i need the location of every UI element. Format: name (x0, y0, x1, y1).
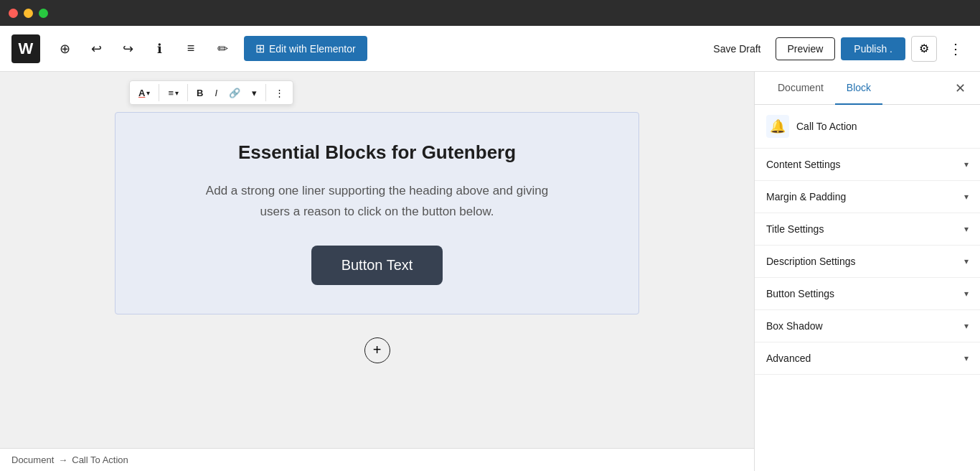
editor-area: A ▾ ≡ ▾ B I 🔗 ▾ ⋮ (0, 72, 754, 471)
breadcrumb-document[interactable]: Document (11, 454, 54, 465)
minimize-button[interactable] (24, 9, 33, 18)
tab-document[interactable]: Document (766, 72, 835, 105)
edit-icon: ✏ (217, 41, 228, 57)
save-draft-button[interactable]: Save Draft (705, 37, 769, 60)
bold-icon: B (197, 88, 203, 98)
chevron-down-icon: ▾ (964, 159, 969, 169)
text-color-button[interactable]: A ▾ (134, 85, 154, 101)
chevron-down-icon-6: ▾ (964, 321, 969, 331)
text-color-icon: A (138, 88, 145, 98)
more-options-button[interactable]: ⋮ (943, 36, 969, 62)
panel-accordion: Content Settings ▾ Margin & Padding ▾ Ti… (755, 149, 980, 471)
redo-icon: ↪ (123, 41, 133, 57)
close-icon: ✕ (955, 81, 966, 95)
chevron-down-icon-7: ▾ (964, 353, 969, 363)
redo-button[interactable]: ↪ (115, 36, 141, 62)
publish-button[interactable]: Publish . (841, 37, 905, 60)
accordion-advanced-header[interactable]: Advanced ▾ (755, 342, 980, 374)
plus-icon: ⊕ (60, 41, 70, 57)
accordion-content-settings: Content Settings ▾ (755, 149, 980, 181)
chevron-down-icon-4: ▾ (964, 256, 969, 266)
title-settings-label: Title Settings (766, 223, 824, 235)
color-dropdown-arrow: ▾ (146, 89, 150, 97)
gear-icon: ⚙ (919, 42, 929, 55)
titlebar (0, 0, 980, 26)
accordion-box-shadow-header[interactable]: Box Shadow ▾ (755, 310, 980, 342)
list-view-button[interactable]: ≡ (178, 36, 204, 62)
cta-button[interactable]: Button Text (311, 246, 443, 285)
accordion-content-settings-header[interactable]: Content Settings ▾ (755, 149, 980, 180)
margin-padding-label: Margin & Padding (766, 191, 846, 202)
accordion-button-settings-header[interactable]: Button Settings ▾ (755, 278, 980, 309)
settings-button[interactable]: ⚙ (911, 36, 937, 62)
chevron-down-icon-2: ▾ (964, 192, 969, 202)
cta-icon: 🔔 (770, 118, 786, 134)
breadcrumb-block[interactable]: Call To Action (72, 454, 128, 465)
more-icon: ⋮ (948, 40, 963, 57)
box-shadow-label: Box Shadow (766, 320, 823, 332)
accordion-button-settings: Button Settings ▾ (755, 278, 980, 310)
elementor-icon: ⊞ (255, 42, 265, 55)
edit-button[interactable]: ✏ (209, 36, 235, 62)
undo-icon: ↩ (91, 41, 102, 57)
chevron-down-icon-5: ▾ (964, 289, 969, 299)
accordion-box-shadow: Box Shadow ▾ (755, 310, 980, 342)
vertical-dots-icon: ⋮ (275, 88, 284, 98)
accordion-title-settings-header[interactable]: Title Settings ▾ (755, 213, 980, 245)
dropdown-arrow-icon: ▾ (252, 88, 257, 98)
maximize-button[interactable] (39, 9, 48, 18)
plus-circle-icon: + (373, 342, 382, 358)
tab-block[interactable]: Block (835, 72, 882, 105)
description-settings-label: Description Settings (766, 256, 856, 267)
preview-button[interactable]: Preview (776, 37, 836, 60)
main-area: A ▾ ≡ ▾ B I 🔗 ▾ ⋮ (0, 72, 980, 471)
add-block-button[interactable]: + (364, 337, 390, 363)
advanced-label: Advanced (766, 353, 811, 364)
accordion-margin-padding: Margin & Padding ▾ (755, 181, 980, 213)
info-icon: ℹ (157, 41, 162, 57)
align-icon: ≡ (168, 88, 174, 98)
content-block-wrapper: Essential Blocks for Gutenberg Add a str… (0, 72, 754, 392)
panel-tabs: Document Block ✕ (755, 72, 980, 105)
more-rich-text-button[interactable]: ▾ (248, 85, 261, 101)
chevron-down-icon-3: ▾ (964, 224, 969, 234)
toolbar-separator-2 (187, 84, 188, 101)
breadcrumb-arrow: → (58, 454, 67, 465)
accordion-description-settings: Description Settings ▾ (755, 246, 980, 278)
cta-title: Essential Blocks for Gutenberg (159, 141, 595, 164)
italic-icon: I (215, 88, 217, 98)
right-panel: Document Block ✕ 🔔 Call To Action Conten… (754, 72, 980, 471)
wp-logo: W (11, 34, 40, 63)
panel-close-button[interactable]: ✕ (952, 78, 969, 99)
toolbar-separator-3 (265, 84, 266, 101)
block-type-header: 🔔 Call To Action (755, 105, 980, 149)
top-toolbar: W ⊕ ↩ ↪ ℹ ≡ ✏ ⊞ Edit with Elementor Save… (0, 26, 980, 72)
content-settings-label: Content Settings (766, 159, 841, 170)
block-type-label: Call To Action (796, 121, 857, 132)
accordion-advanced: Advanced ▾ (755, 342, 980, 375)
link-button[interactable]: 🔗 (225, 85, 245, 101)
align-button[interactable]: ≡ ▾ (164, 85, 183, 101)
cta-block: Essential Blocks for Gutenberg Add a str… (115, 112, 639, 314)
accordion-margin-padding-header[interactable]: Margin & Padding ▾ (755, 181, 980, 213)
italic-button[interactable]: I (210, 85, 222, 101)
add-block-toolbar-button[interactable]: ⊕ (52, 36, 77, 62)
elementor-button[interactable]: ⊞ Edit with Elementor (244, 36, 367, 61)
more-block-options-button[interactable]: ⋮ (270, 85, 288, 101)
list-icon: ≡ (187, 41, 195, 56)
info-button[interactable]: ℹ (146, 36, 172, 62)
accordion-title-settings: Title Settings ▾ (755, 213, 980, 246)
undo-button[interactable]: ↩ (83, 36, 109, 62)
block-toolbar: A ▾ ≡ ▾ B I 🔗 ▾ ⋮ (129, 80, 293, 105)
breadcrumb: Document → Call To Action (0, 448, 754, 471)
bold-button[interactable]: B (192, 85, 207, 101)
cta-description: Add a strong one liner supporting the he… (198, 181, 557, 223)
block-type-icon: 🔔 (766, 115, 789, 138)
align-dropdown-arrow: ▾ (175, 89, 179, 97)
toolbar-separator-1 (159, 84, 159, 101)
accordion-description-settings-header[interactable]: Description Settings ▾ (755, 246, 980, 277)
button-settings-label: Button Settings (766, 288, 834, 299)
close-button[interactable] (9, 9, 18, 18)
link-icon: 🔗 (229, 88, 240, 98)
